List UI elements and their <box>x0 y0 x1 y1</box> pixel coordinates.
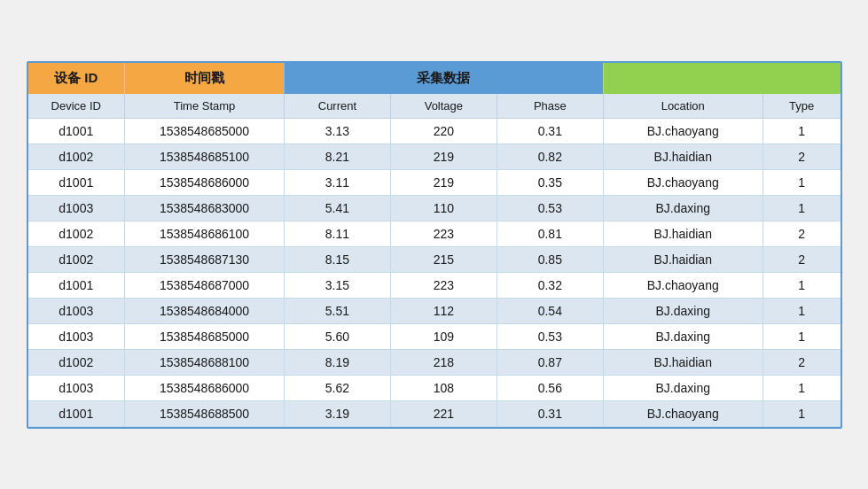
cell-location: BJ.daxing <box>603 298 762 323</box>
cell-location: BJ.chaoyang <box>603 272 762 298</box>
table-row: d100215385486871308.152150.85BJ.haidian2 <box>28 246 841 272</box>
cell-voltage: 108 <box>390 375 497 400</box>
cell-device-id: d1001 <box>28 400 125 426</box>
cell-voltage: 109 <box>390 323 497 349</box>
cell-type: 2 <box>762 349 840 375</box>
col-header-device-id: Device ID <box>28 94 125 119</box>
cell-type: 1 <box>762 118 840 144</box>
cell-device-id: d1002 <box>28 144 125 169</box>
cell-device-id: d1003 <box>28 195 125 221</box>
group-header-row: 设备 ID 时间戳 采集数据 <box>28 63 841 94</box>
cell-current: 8.19 <box>284 349 390 375</box>
cell-type: 1 <box>762 195 840 221</box>
table-row: d100315385486830005.411100.53BJ.daxing1 <box>28 195 841 221</box>
cell-timestamp: 1538548685100 <box>125 144 285 169</box>
cell-voltage: 223 <box>390 272 497 298</box>
main-table-wrapper: 设备 ID 时间戳 采集数据 Device ID Time Stamp Curr… <box>27 61 842 429</box>
cell-type: 1 <box>762 298 840 323</box>
col-header-location: Location <box>603 94 762 119</box>
cell-phase: 0.53 <box>497 195 603 221</box>
group-header-collect-data: 采集数据 <box>284 63 603 94</box>
cell-timestamp: 1538548688500 <box>125 400 285 426</box>
table-row: d100315385486860005.621080.56BJ.daxing1 <box>28 375 841 400</box>
cell-timestamp: 1538548687000 <box>125 272 285 298</box>
cell-phase: 0.87 <box>497 349 603 375</box>
table-body: d100115385486850003.132200.31BJ.chaoyang… <box>28 118 841 426</box>
cell-location: BJ.haidian <box>603 349 762 375</box>
table-row: d100115385486860003.112190.35BJ.chaoyang… <box>28 169 841 195</box>
cell-location: BJ.chaoyang <box>603 118 762 144</box>
cell-location: BJ.daxing <box>603 375 762 400</box>
table-row: d100115385486885003.192210.31BJ.chaoyang… <box>28 400 841 426</box>
table-row: d100215385486861008.112230.81BJ.haidian2 <box>28 221 841 246</box>
cell-device-id: d1002 <box>28 221 125 246</box>
cell-timestamp: 1538548686000 <box>125 169 285 195</box>
cell-device-id: d1002 <box>28 349 125 375</box>
cell-timestamp: 1538548684000 <box>125 298 285 323</box>
cell-device-id: d1002 <box>28 246 125 272</box>
cell-type: 2 <box>762 144 840 169</box>
cell-current: 5.62 <box>284 375 390 400</box>
table-row: d100215385486881008.192180.87BJ.haidian2 <box>28 349 841 375</box>
cell-current: 3.11 <box>284 169 390 195</box>
col-header-current: Current <box>284 94 390 119</box>
cell-location: BJ.daxing <box>603 323 762 349</box>
cell-type: 1 <box>762 169 840 195</box>
cell-timestamp: 1538548686100 <box>125 221 285 246</box>
cell-voltage: 220 <box>390 118 497 144</box>
cell-device-id: d1001 <box>28 169 125 195</box>
cell-device-id: d1003 <box>28 323 125 349</box>
group-header-device: 设备 ID <box>28 63 125 94</box>
cell-type: 1 <box>762 272 840 298</box>
cell-timestamp: 1538548685000 <box>125 118 285 144</box>
cell-type: 1 <box>762 323 840 349</box>
cell-type: 2 <box>762 246 840 272</box>
data-table: 设备 ID 时间戳 采集数据 Device ID Time Stamp Curr… <box>28 63 841 427</box>
cell-phase: 0.35 <box>497 169 603 195</box>
cell-phase: 0.31 <box>497 400 603 426</box>
cell-device-id: d1001 <box>28 118 125 144</box>
cell-current: 5.60 <box>284 323 390 349</box>
cell-voltage: 110 <box>390 195 497 221</box>
cell-location: BJ.chaoyang <box>603 400 762 426</box>
col-header-phase: Phase <box>497 94 603 119</box>
cell-phase: 0.56 <box>497 375 603 400</box>
cell-device-id: d1003 <box>28 298 125 323</box>
table-row: d100115385486850003.132200.31BJ.chaoyang… <box>28 118 841 144</box>
cell-type: 1 <box>762 375 840 400</box>
cell-type: 2 <box>762 221 840 246</box>
table-row: d100215385486851008.212190.82BJ.haidian2 <box>28 144 841 169</box>
cell-location: BJ.chaoyang <box>603 169 762 195</box>
cell-device-id: d1003 <box>28 375 125 400</box>
cell-location: BJ.haidian <box>603 246 762 272</box>
cell-phase: 0.31 <box>497 118 603 144</box>
group-header-tags <box>603 63 840 94</box>
cell-timestamp: 1538548688100 <box>125 349 285 375</box>
cell-voltage: 221 <box>390 400 497 426</box>
cell-location: BJ.daxing <box>603 195 762 221</box>
cell-timestamp: 1538548683000 <box>125 195 285 221</box>
cell-timestamp: 1538548686000 <box>125 375 285 400</box>
table-row: d100315385486850005.601090.53BJ.daxing1 <box>28 323 841 349</box>
col-header-timestamp: Time Stamp <box>125 94 285 119</box>
cell-phase: 0.32 <box>497 272 603 298</box>
col-header-voltage: Voltage <box>390 94 497 119</box>
cell-type: 1 <box>762 400 840 426</box>
cell-phase: 0.53 <box>497 323 603 349</box>
cell-voltage: 215 <box>390 246 497 272</box>
table-row: d100315385486840005.511120.54BJ.daxing1 <box>28 298 841 323</box>
cell-device-id: d1001 <box>28 272 125 298</box>
cell-timestamp: 1538548687130 <box>125 246 285 272</box>
cell-voltage: 112 <box>390 298 497 323</box>
cell-current: 8.15 <box>284 246 390 272</box>
group-header-timestamp: 时间戳 <box>125 63 285 94</box>
cell-current: 8.21 <box>284 144 390 169</box>
cell-current: 3.19 <box>284 400 390 426</box>
col-header-type: Type <box>762 94 840 119</box>
cell-voltage: 218 <box>390 349 497 375</box>
cell-current: 3.15 <box>284 272 390 298</box>
cell-location: BJ.haidian <box>603 221 762 246</box>
cell-voltage: 219 <box>390 169 497 195</box>
sub-header-row: Device ID Time Stamp Current Voltage Pha… <box>28 94 841 119</box>
cell-voltage: 223 <box>390 221 497 246</box>
